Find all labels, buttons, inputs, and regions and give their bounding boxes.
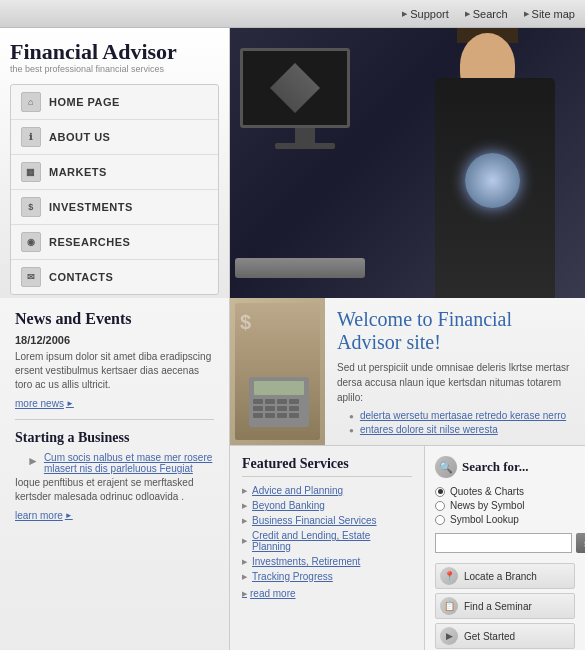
radio-symbol[interactable]: Symbol Lookup [435,514,575,525]
starting-title: Starting a Business [15,430,214,446]
starting-link1[interactable]: Cum socis nalbus et mase mer rosere mlas… [27,452,214,474]
research-icon: ◉ [21,232,41,252]
action-items: 📍 Locate a Branch 📋 Find a Seminar ▶ Get… [435,563,575,649]
featured-services-panel: Featured Services Advice and Planning Be… [230,446,425,650]
nav-investments[interactable]: $ INVESTMENTS [11,190,218,225]
brand-title: Financial Advisor [10,40,219,64]
top-navigation: Support Search Site map [0,0,585,28]
keyboard-graphic [235,258,365,278]
service-item-2[interactable]: Business Financial Services [242,515,412,526]
divider [15,419,214,420]
bottom-panels: Featured Services Advice and Planning Be… [230,446,585,650]
radio-news[interactable]: News by Symbol [435,500,575,511]
start-icon: ▶ [440,627,458,645]
read-more-link[interactable]: read more [242,588,412,599]
search-panel: 🔍 Search for... Quotes & Charts News by … [425,446,585,650]
content-area: News and Events 18/12/2006 Lorem ipsum d… [0,298,585,650]
locate-icon: 📍 [440,567,458,585]
radio-dot-news[interactable] [435,501,445,511]
get-started[interactable]: ▶ Get Started [435,623,575,649]
support-link[interactable]: Support [402,8,449,20]
service-item-5[interactable]: Tracking Progress [242,571,412,582]
person-graphic [405,28,585,298]
news-date: 18/12/2006 [15,334,214,346]
info-icon: ℹ [21,127,41,147]
header: Financial Advisor the best professional … [0,28,585,298]
welcome-banner: $ Welcome to Financial Advisor site! Sed… [230,298,585,446]
radio-dot-symbol[interactable] [435,515,445,525]
seminar-icon: 📋 [440,597,458,615]
search-text-field[interactable] [435,533,572,553]
news-body: Lorem ipsum dolor sit amet diba eradipsc… [15,350,214,392]
welcome-text-area: Welcome to Financial Advisor site! Sed u… [325,298,585,445]
search-input-row: search [435,533,575,553]
radio-dot-quotes[interactable] [435,487,445,497]
starting-bullet-icon: ► [27,454,39,468]
nav-about[interactable]: ℹ ABOUT US [11,120,218,155]
service-item-0[interactable]: Advice and Planning [242,485,412,496]
nav-contacts[interactable]: ✉ CONTACTS [11,260,218,294]
service-item-4[interactable]: Investments, Retirement [242,556,412,567]
service-item-1[interactable]: Beyond Banking [242,500,412,511]
news-more-link[interactable]: more news [15,398,214,409]
welcome-link2[interactable]: entares dolore sit nilse weresta [360,424,498,435]
left-sidebar: News and Events 18/12/2006 Lorem ipsum d… [0,298,230,650]
welcome-image: $ [230,298,325,445]
main-content: $ Welcome to Financial Advisor site! Sed… [230,298,585,650]
search-header: 🔍 Search for... [435,456,575,478]
nav-home[interactable]: ⌂ HOME PAGE [11,85,218,120]
welcome-title: Welcome to Financial Advisor site! [337,308,573,354]
header-left: Financial Advisor the best professional … [0,28,230,298]
featured-title: Featured Services [242,456,412,477]
contact-icon: ✉ [21,267,41,287]
sitemap-link[interactable]: Site map [524,8,575,20]
welcome-link1[interactable]: delerta wersetu mertasae retredo kerase … [360,410,566,421]
nav-markets[interactable]: ▦ MARKETS [11,155,218,190]
locate-branch[interactable]: 📍 Locate a Branch [435,563,575,589]
search-link[interactable]: Search [465,8,508,20]
service-item-3[interactable]: Credit and Lending, Estate Planning [242,530,412,552]
chart-icon: ▦ [21,162,41,182]
monitor-graphic [240,48,370,158]
nav-researches[interactable]: ◉ RESEARCHES [11,225,218,260]
main-nav: ⌂ HOME PAGE ℹ ABOUT US ▦ MARKETS $ INVES… [10,84,219,295]
home-icon: ⌂ [21,92,41,112]
find-seminar[interactable]: 📋 Find a Seminar [435,593,575,619]
welcome-body1: Sed ut perspiciit unde omnisae deleris l… [337,360,573,405]
search-radio-group: Quotes & Charts News by Symbol Symbol Lo… [435,486,575,525]
radio-quotes[interactable]: Quotes & Charts [435,486,575,497]
learn-more-link[interactable]: learn more [15,510,214,521]
starting-body: Ioque penftibus et erajent se merftasked… [15,476,214,504]
search-circle-icon: 🔍 [435,456,457,478]
news-section-title: News and Events [15,310,214,328]
search-for-title: Search for... [462,459,528,475]
hero-image [230,28,585,298]
search-button[interactable]: search [576,533,585,553]
brand-subtitle: the best professional financial services [10,64,219,74]
dollar-icon: $ [21,197,41,217]
